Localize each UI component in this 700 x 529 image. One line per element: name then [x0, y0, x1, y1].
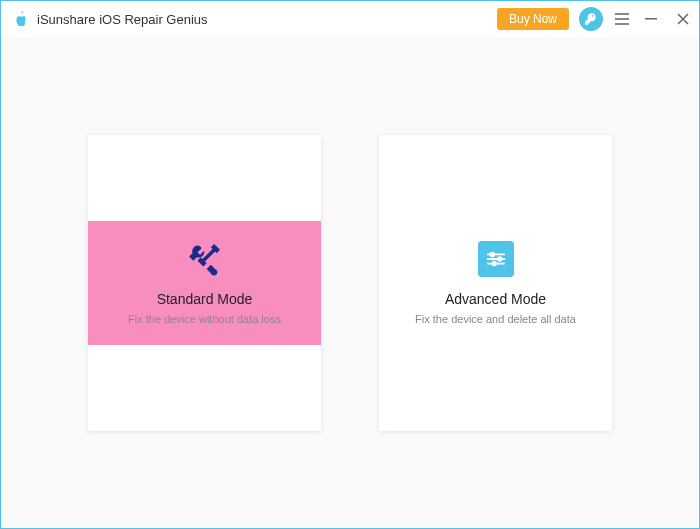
key-button[interactable]	[579, 7, 603, 31]
window-controls	[643, 11, 691, 27]
app-logo-icon	[11, 10, 29, 28]
tools-icon	[185, 239, 225, 279]
advanced-mode-card[interactable]: Advanced Mode Fix the device and delete …	[379, 135, 612, 431]
advanced-mode-desc: Fix the device and delete all data	[415, 313, 576, 325]
svg-point-4	[490, 253, 494, 257]
standard-mode-desc: Fix the device without data loss	[128, 313, 281, 325]
standard-mode-title: Standard Mode	[157, 291, 253, 307]
standard-mode-card[interactable]: Standard Mode Fix the device without dat…	[88, 135, 321, 431]
menu-icon[interactable]	[615, 13, 629, 25]
svg-point-6	[492, 262, 496, 266]
standard-mode-highlight: Standard Mode Fix the device without dat…	[88, 221, 321, 345]
titlebar: iSunshare iOS Repair Genius Buy Now	[1, 1, 699, 37]
buy-now-button[interactable]: Buy Now	[497, 8, 569, 30]
close-button[interactable]	[675, 11, 691, 27]
advanced-mode-title: Advanced Mode	[445, 291, 546, 307]
advanced-mode-content: Advanced Mode Fix the device and delete …	[379, 221, 612, 345]
sliders-icon	[478, 239, 514, 279]
minimize-button[interactable]	[643, 11, 659, 27]
svg-point-5	[497, 257, 501, 261]
main-content: Standard Mode Fix the device without dat…	[1, 37, 699, 528]
app-title: iSunshare iOS Repair Genius	[37, 12, 208, 27]
svg-rect-0	[645, 18, 657, 20]
